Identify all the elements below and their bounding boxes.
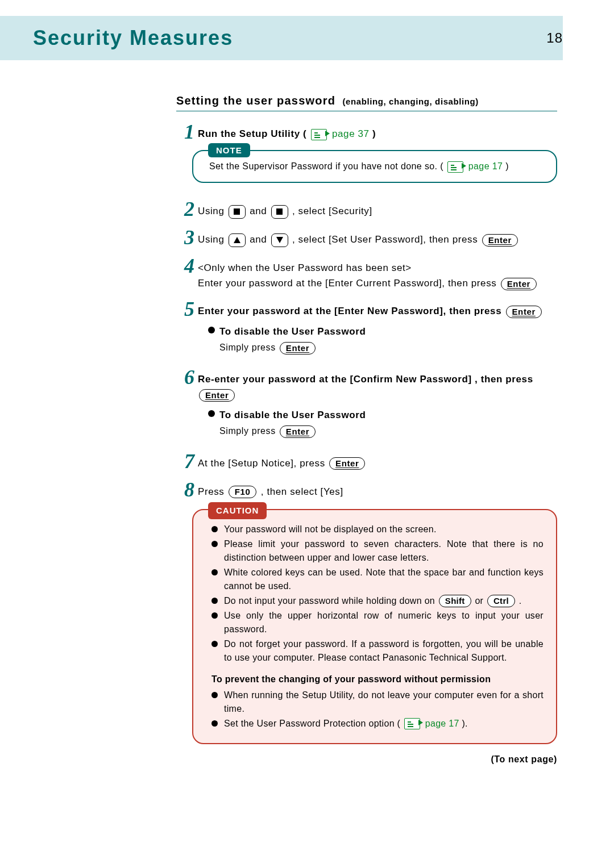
step-2-mid: and [250,206,267,216]
step-2-post: , select [Security] [292,206,372,216]
bullet-icon [208,327,215,333]
step-3: 3 Using and , select [Set User Password]… [176,227,557,248]
step-1: 1 Run the Setup Utility ( page 37 ) [176,122,557,142]
step-number: 2 [176,199,194,219]
step-number: 1 [176,122,194,142]
note-text-a: Set the Supervisor Password if you have … [209,161,443,171]
bullet-icon [208,410,215,417]
down-key-icon [271,233,288,247]
step-1-text-b: ) [372,128,376,139]
note-text-b: ) [505,161,509,171]
enter-key: Enter [199,389,235,402]
step-5: 5 Enter your password at the [Enter New … [176,299,557,359]
page-header: Security Measures 18 [0,16,563,60]
disable-heading: To disable the User Password [219,324,366,339]
enter-key: Enter [501,278,537,290]
caution-item: Please limit your password to seven char… [211,537,544,565]
f10-key: F10 [229,486,257,498]
step-3-post: , select [Set User Password], then press [292,234,478,245]
caution-item: Do not forget your password. If a passwo… [211,637,544,665]
caution-item4-or: or [475,596,483,606]
ctrl-key: Ctrl [487,595,515,607]
step-number: 5 [176,299,194,319]
to-next-page: (To next page) [0,754,557,765]
step-1-text: Run the Setup Utility ( [198,128,306,139]
page-ref-link[interactable]: page 17 [425,719,459,728]
disable-heading: To disable the User Password [219,407,366,423]
content-area: Setting the user password (enabling, cha… [176,94,557,744]
caution-item: Use only the upper horizontal row of num… [211,609,544,636]
caution-list: Your password will not be displayed on t… [211,523,544,665]
step-2-pre: Using [198,206,224,216]
step-4: 4 <Only when the User Password has been … [176,256,557,291]
step-8-text-a: Press [198,486,224,497]
enter-key: Enter [280,425,316,438]
step-6-line1: Re-enter your password at the [Confirm N… [198,374,533,385]
step-8-text-b: , then select [Yes] [261,486,343,497]
step-7: 7 At the [Setup Notice], press Enter [176,451,557,471]
step-3-pre: Using [198,234,224,245]
page-ref-icon [404,718,420,729]
step-3-mid: and [250,234,267,245]
caution-item: Do not input your password while holding… [211,594,544,608]
enter-key: Enter [280,342,316,354]
shift-key: Shift [439,595,471,607]
step-5-line1: Enter your password at the [Enter New Pa… [198,306,501,316]
note-label: NOTE [208,143,250,157]
caution-item: White colored keys can be used. Note tha… [211,566,544,593]
disable-text: Simply press [219,426,276,436]
step-number: 4 [176,256,194,276]
prevent-2b: ). [462,719,467,728]
caution-item: Your password will not be displayed on t… [211,523,544,536]
prevent-heading: To prevent the changing of your password… [211,673,544,686]
section-subtitle: (enabling, changing, disabling) [343,97,479,106]
step-4-line2: Enter your password at the [Enter Curren… [198,278,496,289]
page-ref-link[interactable]: page 17 [468,161,503,171]
caution-box: CAUTION Your password will not be displa… [192,509,557,744]
caution-item4-b: . [519,596,522,606]
prevent-list: When running the Setup Utility, do not l… [211,688,544,731]
prevent-2a: Set the User Password Protection option … [224,719,400,728]
section-heading: Setting the user password (enabling, cha… [176,94,557,111]
step-number: 7 [176,451,194,471]
step-8: 8 Press F10 , then select [Yes] [176,479,557,500]
page-title: Security Measures [33,26,233,50]
step-4-line1: <Only when the User Password has been se… [198,260,557,276]
right-key-icon [271,205,288,219]
left-key-icon [229,205,246,219]
up-key-icon [229,233,246,247]
disable-text: Simply press [219,343,276,352]
section-title: Setting the user password [176,94,335,107]
step-7-text: At the [Setup Notice], press [198,458,325,469]
page-ref-icon [447,161,463,173]
prevent-item: When running the Setup Utility, do not l… [211,688,544,716]
note-box: NOTE Set the Supervisor Password if you … [192,150,557,183]
enter-key: Enter [482,234,518,247]
step-2: 2 Using and , select [Security] [176,199,557,219]
page-number: 18 [546,30,563,46]
step-number: 8 [176,479,194,500]
caution-label: CAUTION [208,502,267,520]
page-ref-link[interactable]: page 37 [332,128,370,139]
page-ref-icon [311,129,327,140]
step-6: 6 Re-enter your password at the [Confirm… [176,367,557,443]
manual-page: Security Measures 18 Setting the user pa… [0,16,614,868]
step-number: 3 [176,227,194,248]
enter-key: Enter [329,457,365,470]
enter-key: Enter [506,306,542,318]
step-number: 6 [176,367,194,387]
prevent-item: Set the User Password Protection option … [211,717,544,731]
caution-item4-a: Do not input your password while holding… [224,596,435,606]
